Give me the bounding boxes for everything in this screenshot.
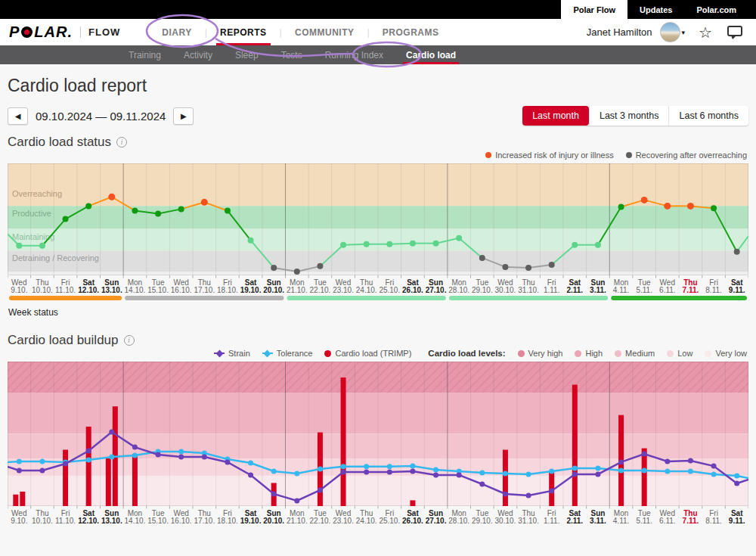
svg-text:4.11.: 4.11.	[613, 286, 630, 294]
legend-item-high: High	[575, 349, 603, 358]
svg-text:1.11.: 1.11.	[544, 517, 560, 525]
logo-o-icon	[21, 26, 33, 38]
chevron-down-icon: ▾	[682, 29, 686, 36]
legend-item-tolerance: Tolerance	[262, 349, 313, 358]
svg-text:31.10.: 31.10.	[518, 517, 539, 525]
legend-item: Increased risk of injury or illness	[485, 151, 614, 160]
svg-text:22.10.: 22.10.	[310, 286, 331, 294]
svg-text:24.10.: 24.10.	[356, 286, 377, 294]
topbar-tab-polar-flow[interactable]: Polar Flow	[561, 0, 627, 19]
status-section-title: Cardio load status i	[8, 135, 748, 150]
svg-text:17.10.: 17.10.	[194, 517, 215, 525]
svg-text:Productive: Productive	[12, 209, 51, 218]
svg-text:13.10.: 13.10.	[101, 517, 122, 525]
nav-item-reports[interactable]: REPORTS	[207, 19, 280, 45]
svg-text:2.11.: 2.11.	[566, 286, 583, 294]
nav-item-diary[interactable]: DIARY	[149, 19, 204, 45]
svg-text:Overreaching: Overreaching	[12, 189, 62, 198]
svg-text:25.10.: 25.10.	[379, 517, 400, 525]
info-icon[interactable]: i	[124, 335, 135, 346]
week-status-label: Week status	[8, 307, 748, 318]
content: Cardio load report ◀ 09.10.2024 — 09.11.…	[0, 76, 756, 529]
svg-text:3.11.: 3.11.	[590, 286, 606, 294]
range-button-last-6-months[interactable]: Last 6 months	[668, 106, 748, 126]
svg-text:26.10.: 26.10.	[402, 517, 423, 525]
legend-item-strain: Strain	[214, 349, 250, 358]
prev-period-button[interactable]: ◀	[8, 107, 28, 125]
top-bar: Polar Flow Updates Polar.com	[0, 0, 756, 19]
range-button-last-month[interactable]: Last month	[522, 106, 589, 126]
svg-text:12.10.: 12.10.	[78, 286, 99, 294]
nav-item-community[interactable]: COMMUNITY	[282, 19, 367, 45]
level-dot-icon	[518, 350, 525, 357]
topbar-tab-polar-com[interactable]: Polar.com	[684, 0, 748, 19]
subnav-item-running-index[interactable]: Running Index	[314, 45, 395, 64]
subnav-item-training[interactable]: Training	[117, 45, 172, 64]
svg-text:5.11.: 5.11.	[636, 286, 652, 294]
svg-text:20.10.: 20.10.	[263, 286, 284, 294]
range-button-group: Last month Last 3 months Last 6 months	[522, 106, 748, 126]
legend-label: Recovering after overreaching	[636, 151, 747, 160]
legend-label: Medium	[625, 349, 655, 358]
svg-text:27.10.: 27.10.	[426, 286, 447, 294]
svg-text:18.10.: 18.10.	[217, 286, 238, 294]
user-name[interactable]: Janet Hamilton	[587, 26, 652, 38]
svg-text:19.10.: 19.10.	[240, 517, 262, 525]
status-legend: Increased risk of injury or illness Reco…	[9, 150, 747, 160]
svg-text:21.10.: 21.10.	[287, 286, 308, 294]
date-row: ◀ 09.10.2024 — 09.11.2024 ▶ Last month L…	[8, 106, 748, 126]
svg-text:10.10.: 10.10.	[32, 517, 53, 525]
nav-item-programs[interactable]: PROGRAMS	[370, 19, 452, 45]
svg-text:7.11.: 7.11.	[683, 517, 699, 525]
risk-dot-icon	[485, 152, 491, 158]
sub-nav: Training Activity Sleep Tests Running In…	[0, 45, 756, 64]
cardio-load-buildup-chart: Wed9.10.Thu10.10.Fri11.10.Sat12.10.Sun13…	[8, 362, 748, 529]
logo-letters-lar: LAR.	[34, 23, 73, 41]
buildup-heading-text: Cardio load buildup	[8, 333, 119, 348]
page-title: Cardio load report	[8, 76, 748, 96]
info-icon[interactable]: i	[116, 137, 127, 148]
favorites-star-icon[interactable]: ☆	[699, 25, 712, 40]
svg-text:27.10.: 27.10.	[426, 517, 447, 525]
subnav-item-cardio-load[interactable]: Cardio load	[395, 45, 467, 64]
subnav-item-tests[interactable]: Tests	[270, 45, 314, 64]
main-nav: PLAR. FLOW DIARY | REPORTS | COMMUNITY |…	[0, 19, 756, 45]
svg-text:1.11.: 1.11.	[544, 286, 560, 294]
logo-letter-p: P	[9, 23, 20, 41]
nav-items: DIARY | REPORTS | COMMUNITY | PROGRAMS	[149, 19, 451, 45]
range-button-last-3-months[interactable]: Last 3 months	[589, 106, 669, 126]
feedback-chat-icon[interactable]	[727, 26, 742, 36]
svg-text:23.10.: 23.10.	[333, 286, 354, 294]
svg-text:15.10.: 15.10.	[147, 517, 169, 525]
subnav-item-sleep[interactable]: Sleep	[224, 45, 270, 64]
strain-marker-icon	[214, 349, 225, 357]
svg-text:13.10.: 13.10.	[101, 286, 122, 294]
subnav-item-activity[interactable]: Activity	[172, 45, 224, 64]
buildup-section-title: Cardio load buildup i	[8, 333, 748, 348]
svg-text:30.10.: 30.10.	[495, 286, 516, 294]
svg-text:30.10.: 30.10.	[495, 517, 516, 525]
svg-text:4.11.: 4.11.	[613, 517, 630, 525]
svg-text:25.10.: 25.10.	[379, 286, 400, 294]
svg-text:28.10.: 28.10.	[448, 517, 469, 525]
legend-item-medium: Medium	[615, 349, 655, 358]
svg-text:29.10.: 29.10.	[472, 517, 493, 525]
topbar-tab-updates[interactable]: Updates	[627, 0, 684, 19]
svg-text:20.10.: 20.10.	[263, 517, 284, 525]
svg-text:14.10.: 14.10.	[125, 517, 146, 525]
svg-text:8.11.: 8.11.	[705, 517, 722, 525]
legend-label: Very high	[528, 349, 563, 358]
next-period-button[interactable]: ▶	[173, 107, 194, 125]
flow-label: FLOW	[80, 26, 120, 38]
svg-text:11.10.: 11.10.	[55, 286, 76, 294]
svg-text:12.10.: 12.10.	[78, 517, 99, 525]
user-menu[interactable]: ▾	[660, 22, 686, 42]
svg-text:24.10.: 24.10.	[356, 517, 377, 525]
legend-label: Very low	[715, 349, 747, 358]
svg-text:11.10.: 11.10.	[55, 517, 76, 525]
recovering-dot-icon	[626, 152, 632, 158]
polar-logo[interactable]: PLAR. FLOW	[9, 23, 120, 41]
svg-text:15.10.: 15.10.	[147, 286, 169, 294]
avatar	[660, 22, 680, 42]
nav-right: Janet Hamilton ▾ ☆	[587, 22, 747, 42]
